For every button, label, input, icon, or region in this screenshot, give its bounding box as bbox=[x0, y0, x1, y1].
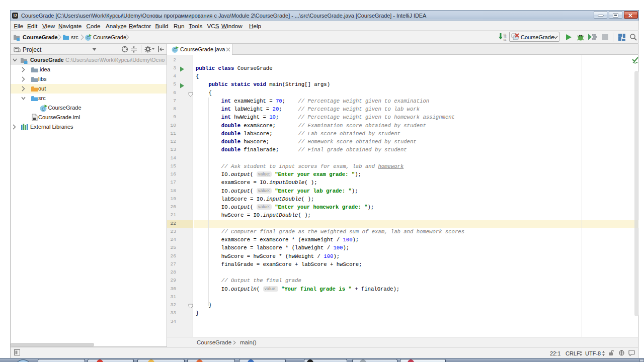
svg-text:01: 01 bbox=[504, 39, 507, 42]
